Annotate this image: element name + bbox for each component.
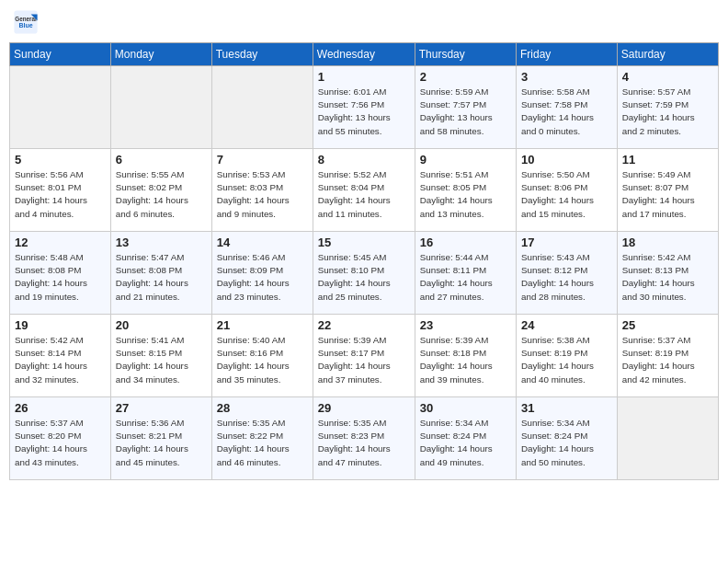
day-number: 5 bbox=[15, 153, 106, 167]
day-info: Sunrise: 5:38 AMSunset: 8:19 PMDaylight:… bbox=[521, 334, 612, 386]
calendar-cell: 23Sunrise: 5:39 AMSunset: 8:18 PMDayligh… bbox=[415, 315, 516, 397]
calendar-cell: 26Sunrise: 5:37 AMSunset: 8:20 PMDayligh… bbox=[10, 397, 111, 480]
calendar-cell: 19Sunrise: 5:42 AMSunset: 8:14 PMDayligh… bbox=[10, 315, 111, 397]
day-number: 31 bbox=[521, 401, 612, 415]
day-number: 6 bbox=[116, 153, 207, 167]
day-number: 24 bbox=[521, 318, 612, 332]
day-info: Sunrise: 5:45 AMSunset: 8:10 PMDaylight:… bbox=[318, 251, 410, 304]
calendar-cell: 21Sunrise: 5:40 AMSunset: 8:16 PMDayligh… bbox=[211, 315, 313, 397]
day-info: Sunrise: 6:01 AMSunset: 7:56 PMDaylight:… bbox=[318, 86, 410, 138]
day-info: Sunrise: 5:35 AMSunset: 8:22 PMDaylight:… bbox=[217, 417, 308, 469]
day-info: Sunrise: 5:35 AMSunset: 8:23 PMDaylight:… bbox=[318, 417, 410, 469]
day-number: 17 bbox=[521, 236, 612, 249]
day-info: Sunrise: 5:46 AMSunset: 8:09 PMDaylight:… bbox=[217, 251, 308, 304]
day-info: Sunrise: 5:49 AMSunset: 8:07 PMDaylight:… bbox=[622, 168, 713, 221]
day-info: Sunrise: 5:34 AMSunset: 8:24 PMDaylight:… bbox=[420, 417, 511, 469]
day-header-wednesday: Wednesday bbox=[313, 43, 415, 66]
week-row-0: 1Sunrise: 6:01 AMSunset: 7:56 PMDaylight… bbox=[10, 66, 719, 149]
calendar-table: SundayMondayTuesdayWednesdayThursdayFrid… bbox=[9, 42, 719, 480]
calendar-cell: 17Sunrise: 5:43 AMSunset: 8:12 PMDayligh… bbox=[516, 232, 617, 315]
calendar-cell: 22Sunrise: 5:39 AMSunset: 8:17 PMDayligh… bbox=[313, 315, 415, 397]
day-number: 19 bbox=[15, 318, 106, 332]
day-info: Sunrise: 5:52 AMSunset: 8:04 PMDaylight:… bbox=[318, 168, 410, 221]
day-number: 29 bbox=[318, 401, 410, 415]
calendar-cell: 16Sunrise: 5:44 AMSunset: 8:11 PMDayligh… bbox=[415, 232, 516, 315]
svg-text:Blue: Blue bbox=[18, 22, 32, 29]
day-info: Sunrise: 5:57 AMSunset: 7:59 PMDaylight:… bbox=[622, 86, 713, 138]
day-info: Sunrise: 5:55 AMSunset: 8:02 PMDaylight:… bbox=[116, 168, 207, 221]
day-number: 13 bbox=[116, 236, 207, 249]
calendar-cell: 4Sunrise: 5:57 AMSunset: 7:59 PMDaylight… bbox=[617, 66, 718, 149]
calendar-cell: 3Sunrise: 5:58 AMSunset: 7:58 PMDaylight… bbox=[516, 66, 617, 149]
calendar-cell: 6Sunrise: 5:55 AMSunset: 8:02 PMDaylight… bbox=[110, 149, 211, 232]
calendar-cell: 28Sunrise: 5:35 AMSunset: 8:22 PMDayligh… bbox=[211, 397, 313, 480]
day-header-tuesday: Tuesday bbox=[211, 43, 313, 66]
calendar-cell: 10Sunrise: 5:50 AMSunset: 8:06 PMDayligh… bbox=[516, 149, 617, 232]
day-number: 22 bbox=[318, 318, 410, 332]
day-number: 10 bbox=[521, 153, 612, 167]
calendar-cell: 13Sunrise: 5:47 AMSunset: 8:08 PMDayligh… bbox=[110, 232, 211, 315]
day-number: 7 bbox=[217, 153, 308, 167]
logo-icon: General Blue bbox=[13, 9, 39, 35]
day-info: Sunrise: 5:37 AMSunset: 8:19 PMDaylight:… bbox=[622, 334, 713, 386]
day-info: Sunrise: 5:42 AMSunset: 8:13 PMDaylight:… bbox=[622, 251, 713, 304]
day-number: 16 bbox=[420, 236, 511, 249]
day-info: Sunrise: 5:44 AMSunset: 8:11 PMDaylight:… bbox=[420, 251, 511, 304]
calendar-cell: 30Sunrise: 5:34 AMSunset: 8:24 PMDayligh… bbox=[415, 397, 516, 480]
day-number: 15 bbox=[318, 236, 410, 249]
calendar-header: SundayMondayTuesdayWednesdayThursdayFrid… bbox=[10, 43, 719, 66]
day-info: Sunrise: 5:42 AMSunset: 8:14 PMDaylight:… bbox=[15, 334, 106, 386]
calendar-cell: 5Sunrise: 5:56 AMSunset: 8:01 PMDaylight… bbox=[10, 149, 111, 232]
calendar-cell: 14Sunrise: 5:46 AMSunset: 8:09 PMDayligh… bbox=[211, 232, 313, 315]
day-number: 14 bbox=[217, 236, 308, 249]
calendar-body: 1Sunrise: 6:01 AMSunset: 7:56 PMDaylight… bbox=[10, 66, 719, 480]
day-info: Sunrise: 5:59 AMSunset: 7:57 PMDaylight:… bbox=[420, 86, 511, 138]
day-info: Sunrise: 5:51 AMSunset: 8:05 PMDaylight:… bbox=[420, 168, 511, 221]
day-number: 30 bbox=[420, 401, 511, 415]
week-row-3: 19Sunrise: 5:42 AMSunset: 8:14 PMDayligh… bbox=[10, 315, 719, 397]
day-header-saturday: Saturday bbox=[617, 43, 718, 66]
day-header-friday: Friday bbox=[516, 43, 617, 66]
day-number: 18 bbox=[622, 236, 713, 249]
day-number: 25 bbox=[622, 318, 713, 332]
calendar-cell: 9Sunrise: 5:51 AMSunset: 8:05 PMDaylight… bbox=[415, 149, 516, 232]
day-number: 23 bbox=[420, 318, 511, 332]
day-info: Sunrise: 5:40 AMSunset: 8:16 PMDaylight:… bbox=[217, 334, 308, 386]
day-info: Sunrise: 5:47 AMSunset: 8:08 PMDaylight:… bbox=[116, 251, 207, 304]
calendar-cell bbox=[110, 66, 211, 149]
day-number: 20 bbox=[116, 318, 207, 332]
calendar-cell: 1Sunrise: 6:01 AMSunset: 7:56 PMDaylight… bbox=[313, 66, 415, 149]
day-number: 2 bbox=[420, 70, 511, 84]
day-header-monday: Monday bbox=[110, 43, 211, 66]
day-number: 12 bbox=[15, 236, 106, 249]
day-info: Sunrise: 5:41 AMSunset: 8:15 PMDaylight:… bbox=[116, 334, 207, 386]
day-info: Sunrise: 5:34 AMSunset: 8:24 PMDaylight:… bbox=[521, 417, 612, 469]
days-of-week-row: SundayMondayTuesdayWednesdayThursdayFrid… bbox=[10, 43, 719, 66]
calendar-cell: 18Sunrise: 5:42 AMSunset: 8:13 PMDayligh… bbox=[617, 232, 718, 315]
day-info: Sunrise: 5:39 AMSunset: 8:17 PMDaylight:… bbox=[318, 334, 410, 386]
calendar-cell: 15Sunrise: 5:45 AMSunset: 8:10 PMDayligh… bbox=[313, 232, 415, 315]
calendar-cell bbox=[10, 66, 111, 149]
week-row-4: 26Sunrise: 5:37 AMSunset: 8:20 PMDayligh… bbox=[10, 397, 719, 480]
day-info: Sunrise: 5:56 AMSunset: 8:01 PMDaylight:… bbox=[15, 168, 106, 221]
day-info: Sunrise: 5:50 AMSunset: 8:06 PMDaylight:… bbox=[521, 168, 612, 221]
day-number: 9 bbox=[420, 153, 511, 167]
week-row-2: 12Sunrise: 5:48 AMSunset: 8:08 PMDayligh… bbox=[10, 232, 719, 315]
day-info: Sunrise: 5:53 AMSunset: 8:03 PMDaylight:… bbox=[217, 168, 308, 221]
calendar-cell: 8Sunrise: 5:52 AMSunset: 8:04 PMDaylight… bbox=[313, 149, 415, 232]
calendar-cell: 12Sunrise: 5:48 AMSunset: 8:08 PMDayligh… bbox=[10, 232, 111, 315]
day-info: Sunrise: 5:36 AMSunset: 8:21 PMDaylight:… bbox=[116, 417, 207, 469]
calendar-cell: 7Sunrise: 5:53 AMSunset: 8:03 PMDaylight… bbox=[211, 149, 313, 232]
day-header-sunday: Sunday bbox=[10, 43, 111, 66]
calendar-cell: 31Sunrise: 5:34 AMSunset: 8:24 PMDayligh… bbox=[516, 397, 617, 480]
day-number: 27 bbox=[116, 401, 207, 415]
calendar-cell: 29Sunrise: 5:35 AMSunset: 8:23 PMDayligh… bbox=[313, 397, 415, 480]
day-info: Sunrise: 5:39 AMSunset: 8:18 PMDaylight:… bbox=[420, 334, 511, 386]
day-info: Sunrise: 5:58 AMSunset: 7:58 PMDaylight:… bbox=[521, 86, 612, 138]
calendar-cell: 25Sunrise: 5:37 AMSunset: 8:19 PMDayligh… bbox=[617, 315, 718, 397]
day-number: 4 bbox=[622, 70, 713, 84]
week-row-1: 5Sunrise: 5:56 AMSunset: 8:01 PMDaylight… bbox=[10, 149, 719, 232]
day-number: 3 bbox=[521, 70, 612, 84]
calendar-cell bbox=[211, 66, 313, 149]
day-number: 26 bbox=[15, 401, 106, 415]
